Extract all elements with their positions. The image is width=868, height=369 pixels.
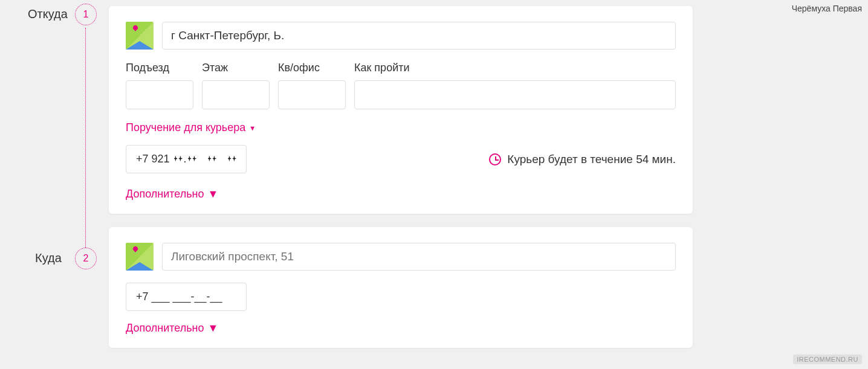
- to-additional-toggle[interactable]: Дополнительно ▼: [126, 322, 218, 335]
- from-additional-label: Дополнительно: [126, 188, 204, 201]
- chevron-down-icon: ▼: [249, 124, 256, 132]
- apt-input[interactable]: [278, 80, 346, 109]
- map-icon[interactable]: [126, 243, 154, 271]
- from-card: Подъезд Этаж Кв/офис Как пройти Поручени…: [109, 6, 693, 214]
- step-connector-line: [85, 28, 86, 251]
- to-additional-label: Дополнительно: [126, 322, 204, 335]
- directions-input[interactable]: [354, 80, 676, 109]
- to-card: Дополнительно ▼: [109, 227, 693, 348]
- courier-task-label: Поручение для курьера: [126, 121, 245, 134]
- to-label: Куда: [35, 251, 62, 265]
- from-additional-toggle[interactable]: Дополнительно ▼: [126, 188, 218, 201]
- floor-input[interactable]: [202, 80, 270, 109]
- courier-task-toggle[interactable]: Поручение для курьера ▼: [126, 121, 256, 134]
- clock-icon: [489, 153, 501, 165]
- floor-label: Этаж: [202, 62, 270, 74]
- entrance-label: Подъезд: [126, 62, 193, 74]
- eta-info: Курьер будет в течение 54 мин.: [489, 153, 676, 166]
- directions-label: Как пройти: [354, 62, 676, 74]
- chevron-down-icon: ▼: [208, 188, 219, 201]
- from-phone-input[interactable]: [126, 145, 247, 173]
- to-address-input[interactable]: [162, 243, 676, 271]
- to-phone-input[interactable]: [126, 283, 247, 311]
- chevron-down-icon: ▼: [208, 322, 219, 335]
- apt-label: Кв/офис: [278, 62, 346, 74]
- map-icon[interactable]: [126, 22, 154, 50]
- step-badge-2: 2: [75, 248, 97, 269]
- from-address-input[interactable]: [162, 22, 676, 50]
- watermark-site: IRECOMMEND.RU: [793, 355, 862, 364]
- eta-text: Курьер будет в течение 54 мин.: [507, 153, 676, 166]
- entrance-input[interactable]: [126, 80, 193, 109]
- step-badge-1: 1: [75, 4, 97, 25]
- from-label: Откуда: [28, 7, 68, 21]
